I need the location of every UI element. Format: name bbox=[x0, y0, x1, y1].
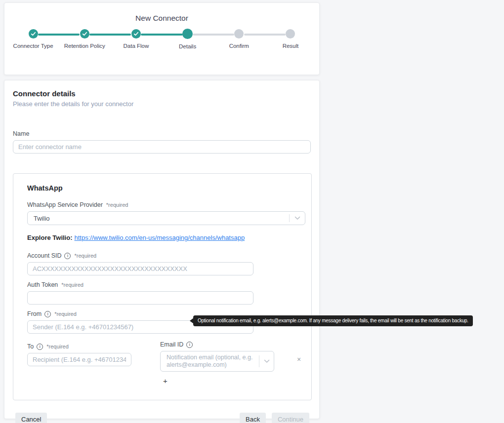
wizard-card: New Connector Connector Type Retention P… bbox=[4, 2, 320, 75]
step-label: Details bbox=[162, 43, 213, 49]
step-active-dot bbox=[182, 29, 193, 39]
provider-label: WhatsApp Service Provider bbox=[27, 201, 103, 208]
whatsapp-heading: WhatsApp bbox=[27, 184, 305, 192]
stepper: Connector Type Retention Policy Data Flo… bbox=[4, 29, 319, 49]
step-connector-line bbox=[38, 34, 80, 36]
account-sid-input[interactable] bbox=[27, 262, 253, 275]
info-icon[interactable]: i bbox=[37, 344, 43, 350]
required-tag: *required bbox=[61, 282, 84, 288]
step-upcoming-dot bbox=[286, 29, 295, 38]
cancel-button[interactable]: Cancel bbox=[15, 413, 47, 423]
step-connector-line bbox=[141, 34, 182, 36]
step-result[interactable]: Result bbox=[265, 29, 316, 49]
step-label: Connector Type bbox=[7, 43, 59, 49]
page-subtitle: Please enter the details for your connec… bbox=[13, 100, 311, 108]
required-tag: *required bbox=[54, 311, 77, 317]
remove-email-button[interactable]: × bbox=[297, 356, 301, 363]
info-icon[interactable]: i bbox=[186, 342, 193, 348]
continue-button[interactable]: Continue bbox=[272, 413, 309, 423]
auth-token-input[interactable] bbox=[27, 291, 253, 305]
chevron-down-icon[interactable] bbox=[259, 355, 274, 367]
step-completed-icon bbox=[131, 29, 141, 38]
twilio-whatsapp-link[interactable]: https://www.twilio.com/en-us/messaging/c… bbox=[75, 234, 245, 241]
email-tooltip: Optional notification email, e.g. alerts… bbox=[193, 315, 473, 326]
back-button[interactable]: Back bbox=[240, 413, 266, 423]
whatsapp-section: WhatsApp WhatsApp Service Provider *requ… bbox=[13, 173, 312, 400]
add-email-button[interactable]: + bbox=[163, 377, 168, 385]
info-icon[interactable]: i bbox=[64, 253, 71, 259]
account-sid-label: Account SID bbox=[27, 252, 61, 259]
actions-bar: Cancel Back Continue bbox=[13, 413, 311, 423]
email-id-label: Email ID bbox=[160, 341, 183, 348]
connector-name-input[interactable] bbox=[13, 140, 311, 154]
from-label: From bbox=[27, 310, 42, 317]
step-completed-icon bbox=[80, 29, 89, 38]
page-title: Connector details bbox=[13, 89, 311, 98]
required-tag: *required bbox=[106, 202, 128, 208]
step-data-flow[interactable]: Data Flow bbox=[110, 29, 162, 49]
step-retention-policy[interactable]: Retention Policy bbox=[59, 29, 110, 49]
connector-details-card: Connector details Please enter the detai… bbox=[4, 80, 320, 419]
wizard-title: New Connector bbox=[4, 14, 319, 23]
required-tag: *required bbox=[46, 344, 69, 349]
email-select-placeholder: Notification email (optional, e.g. alert… bbox=[167, 354, 252, 368]
explore-label: Explore Twilio: bbox=[27, 234, 73, 241]
step-confirm[interactable]: Confirm bbox=[213, 29, 265, 49]
step-details[interactable]: Details bbox=[162, 29, 213, 49]
name-label: Name bbox=[13, 130, 311, 137]
required-tag: *required bbox=[74, 253, 96, 259]
step-label: Confirm bbox=[213, 43, 265, 49]
provider-select-value: Twilio bbox=[34, 215, 50, 222]
check-icon bbox=[133, 31, 139, 37]
step-label: Retention Policy bbox=[59, 43, 110, 49]
step-label: Data Flow bbox=[110, 43, 162, 49]
to-label: To bbox=[27, 343, 34, 350]
step-connector-line bbox=[89, 34, 131, 36]
info-icon[interactable]: i bbox=[44, 311, 51, 317]
auth-token-label: Auth Token bbox=[27, 281, 58, 288]
step-completed-icon bbox=[29, 29, 38, 38]
provider-select[interactable]: Twilio bbox=[27, 211, 305, 225]
to-input[interactable] bbox=[27, 353, 131, 366]
chevron-down-icon[interactable] bbox=[289, 214, 305, 222]
step-label: Result bbox=[265, 43, 316, 49]
check-icon bbox=[82, 31, 87, 37]
step-upcoming-dot bbox=[234, 29, 244, 38]
check-icon bbox=[31, 31, 36, 37]
step-connector-type[interactable]: Connector Type bbox=[7, 29, 59, 49]
step-connector-line bbox=[193, 34, 234, 36]
email-select[interactable]: Notification email (optional, e.g. alert… bbox=[160, 351, 274, 372]
step-connector-line bbox=[244, 34, 286, 36]
